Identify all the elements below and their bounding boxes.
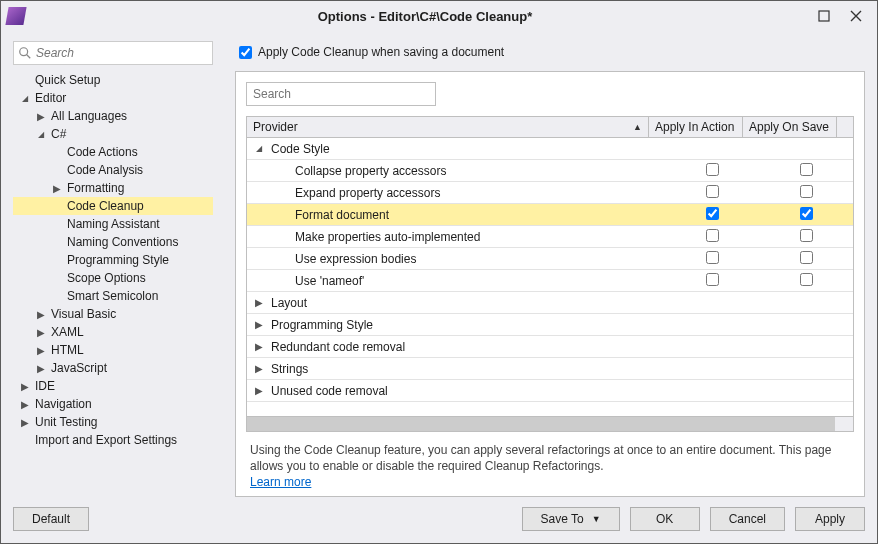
provider-group-row[interactable]: ▶Layout bbox=[247, 292, 853, 314]
search-icon bbox=[18, 46, 32, 60]
learn-more-link[interactable]: Learn more bbox=[250, 475, 311, 489]
options-tree[interactable]: Quick Setup◢Editor▶All Languages◢C#Code … bbox=[13, 71, 213, 497]
tree-node-label: C# bbox=[51, 127, 66, 141]
caret-right-icon[interactable]: ▶ bbox=[19, 381, 31, 392]
default-button[interactable]: Default bbox=[13, 507, 89, 531]
apply-on-save-checkbox[interactable] bbox=[800, 185, 813, 198]
provider-item-row[interactable]: Collapse property accessors bbox=[247, 160, 853, 182]
caret-right-icon[interactable]: ▶ bbox=[35, 345, 47, 356]
tree-node[interactable]: ▶JavaScript bbox=[13, 359, 213, 377]
apply-button[interactable]: Apply bbox=[795, 507, 865, 531]
tree-node-label: Import and Export Settings bbox=[35, 433, 177, 447]
provider-group-row[interactable]: ▶Unused code removal bbox=[247, 380, 853, 402]
apply-on-save-checkbox[interactable] bbox=[800, 207, 813, 220]
tree-node[interactable]: Programming Style bbox=[13, 251, 213, 269]
caret-down-icon[interactable]: ◢ bbox=[19, 94, 31, 103]
apply-on-save-checkbox[interactable] bbox=[800, 273, 813, 286]
apply-on-save-checkbox[interactable] bbox=[800, 229, 813, 242]
caret-right-icon[interactable]: ▶ bbox=[51, 183, 63, 194]
tree-node[interactable]: ▶Formatting bbox=[13, 179, 213, 197]
tree-node[interactable]: ▶XAML bbox=[13, 323, 213, 341]
maximize-button[interactable] bbox=[817, 9, 831, 23]
provider-group-row[interactable]: ▶Strings bbox=[247, 358, 853, 380]
tree-node-label: Navigation bbox=[35, 397, 92, 411]
caret-right-icon[interactable]: ▶ bbox=[253, 363, 265, 374]
tree-node[interactable]: Naming Assistant bbox=[13, 215, 213, 233]
apply-on-save-checkbox[interactable] bbox=[800, 163, 813, 176]
tree-node[interactable]: Code Actions bbox=[13, 143, 213, 161]
options-window: Options - Editor\C#\Code Cleanup* Quick … bbox=[0, 0, 878, 544]
apply-in-action-checkbox[interactable] bbox=[706, 229, 719, 242]
tree-node[interactable]: ▶Navigation bbox=[13, 395, 213, 413]
provider-label: Layout bbox=[271, 296, 307, 310]
tree-node[interactable]: ▶Visual Basic bbox=[13, 305, 213, 323]
provider-item-row[interactable]: Expand property accessors bbox=[247, 182, 853, 204]
apply-in-action-checkbox[interactable] bbox=[706, 273, 719, 286]
tree-node[interactable]: ▶HTML bbox=[13, 341, 213, 359]
caret-right-icon[interactable]: ▶ bbox=[35, 309, 47, 320]
tree-node[interactable]: Code Analysis bbox=[13, 161, 213, 179]
caret-right-icon[interactable]: ▶ bbox=[35, 111, 47, 122]
caret-down-icon[interactable]: ◢ bbox=[35, 130, 47, 139]
apply-cleanup-checkbox[interactable] bbox=[239, 46, 252, 59]
tree-node[interactable]: Naming Conventions bbox=[13, 233, 213, 251]
tree-node[interactable]: ◢C# bbox=[13, 125, 213, 143]
caret-right-icon[interactable]: ▶ bbox=[19, 417, 31, 428]
provider-label: Code Style bbox=[271, 142, 330, 156]
tree-node[interactable]: ▶IDE bbox=[13, 377, 213, 395]
horizontal-scrollbar[interactable] bbox=[246, 416, 854, 432]
table-body[interactable]: ◢Code StyleCollapse property accessorsEx… bbox=[247, 138, 853, 416]
column-provider[interactable]: Provider ▲ bbox=[247, 117, 649, 137]
close-button[interactable] bbox=[849, 9, 863, 23]
caret-right-icon[interactable]: ▶ bbox=[253, 341, 265, 352]
apply-in-action-checkbox[interactable] bbox=[706, 185, 719, 198]
apply-on-save-checkbox[interactable] bbox=[800, 251, 813, 264]
tree-search-input[interactable] bbox=[36, 46, 208, 60]
caret-right-icon[interactable]: ▶ bbox=[253, 297, 265, 308]
column-apply-on-save[interactable]: Apply On Save bbox=[743, 117, 837, 137]
provider-item-row[interactable]: Format document bbox=[247, 204, 853, 226]
tree-node[interactable]: Code Cleanup bbox=[13, 197, 213, 215]
provider-item-row[interactable]: Use 'nameof' bbox=[247, 270, 853, 292]
tree-node[interactable]: ▶Unit Testing bbox=[13, 413, 213, 431]
apply-in-action-checkbox[interactable] bbox=[706, 163, 719, 176]
caret-right-icon[interactable]: ▶ bbox=[35, 327, 47, 338]
titlebar: Options - Editor\C#\Code Cleanup* bbox=[1, 1, 877, 31]
provider-group-row[interactable]: ◢Code Style bbox=[247, 138, 853, 160]
caret-right-icon[interactable]: ▶ bbox=[35, 363, 47, 374]
tree-node[interactable]: Scope Options bbox=[13, 269, 213, 287]
provider-label: Collapse property accessors bbox=[295, 164, 446, 178]
apply-in-action-checkbox[interactable] bbox=[706, 207, 719, 220]
provider-group-row[interactable]: ▶Programming Style bbox=[247, 314, 853, 336]
caret-down-icon[interactable]: ◢ bbox=[253, 144, 265, 153]
provider-group-row[interactable]: ▶Redundant code removal bbox=[247, 336, 853, 358]
tree-node-label: Visual Basic bbox=[51, 307, 116, 321]
tree-node-label: Smart Semicolon bbox=[67, 289, 158, 303]
tree-node-label: Naming Conventions bbox=[67, 235, 178, 249]
tree-search[interactable] bbox=[13, 41, 213, 65]
apply-cleanup-on-save[interactable]: Apply Code Cleanup when saving a documen… bbox=[235, 41, 865, 63]
provider-item-row[interactable]: Use expression bodies bbox=[247, 248, 853, 270]
tree-node-label: IDE bbox=[35, 379, 55, 393]
tree-node-label: Formatting bbox=[67, 181, 124, 195]
tree-node-label: HTML bbox=[51, 343, 84, 357]
column-apply-in-action[interactable]: Apply In Action bbox=[649, 117, 743, 137]
tree-node[interactable]: Import and Export Settings bbox=[13, 431, 213, 449]
tree-node[interactable]: ◢Editor bbox=[13, 89, 213, 107]
tree-node[interactable]: ▶All Languages bbox=[13, 107, 213, 125]
caret-right-icon[interactable]: ▶ bbox=[19, 399, 31, 410]
apply-in-action-checkbox[interactable] bbox=[706, 251, 719, 264]
ok-button[interactable]: OK bbox=[630, 507, 700, 531]
provider-search-input[interactable] bbox=[246, 82, 436, 106]
tree-node[interactable]: Quick Setup bbox=[13, 71, 213, 89]
provider-table: Provider ▲ Apply In Action Apply On Save… bbox=[246, 116, 854, 416]
provider-item-row[interactable]: Make properties auto-implemented bbox=[247, 226, 853, 248]
save-to-button[interactable]: Save To ▼ bbox=[522, 507, 620, 531]
caret-right-icon[interactable]: ▶ bbox=[253, 385, 265, 396]
tree-node[interactable]: Smart Semicolon bbox=[13, 287, 213, 305]
apply-cleanup-label: Apply Code Cleanup when saving a documen… bbox=[258, 45, 504, 59]
caret-right-icon[interactable]: ▶ bbox=[253, 319, 265, 330]
right-panel: Apply Code Cleanup when saving a documen… bbox=[235, 41, 865, 497]
tree-node-label: XAML bbox=[51, 325, 84, 339]
cancel-button[interactable]: Cancel bbox=[710, 507, 785, 531]
